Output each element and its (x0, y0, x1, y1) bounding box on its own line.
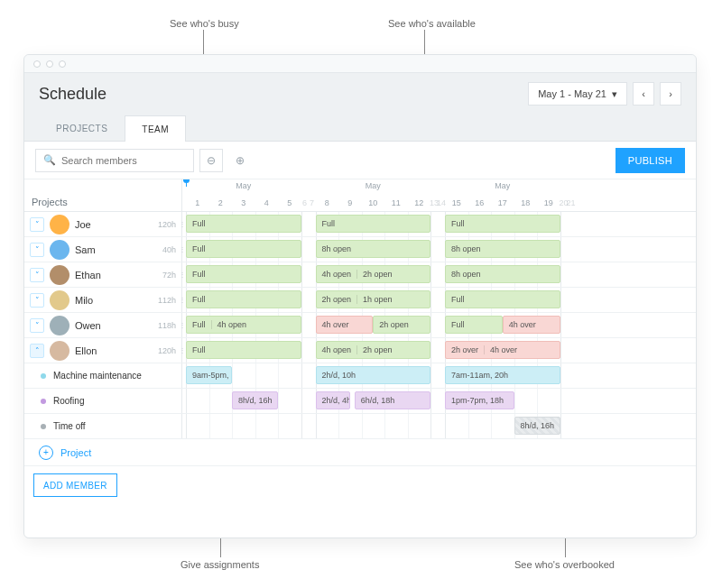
member-row-left[interactable]: ˅Milo112h⋮⋮ (24, 288, 182, 312)
grid-line (468, 414, 469, 438)
capacity-segment: Full (192, 219, 206, 228)
capacity-segment: 1h open (356, 295, 393, 304)
capacity-bar[interactable]: 4h over (316, 316, 374, 334)
grid-line (560, 313, 561, 337)
chevron-down-icon[interactable]: ˅ (30, 268, 44, 282)
capacity-bar[interactable]: 4h open2h open (316, 265, 431, 283)
next-period-button[interactable]: › (660, 82, 681, 106)
day-label: 19 (544, 198, 553, 207)
capacity-bar[interactable]: 8h open (445, 240, 560, 258)
member-timeline[interactable]: Full4h open2h open2h over4h over (182, 338, 696, 363)
member-row-left[interactable]: ˅Joe120h⋮⋮ (24, 212, 182, 236)
capacity-bar[interactable]: 8h open (445, 265, 560, 283)
capacity-segment: Full (451, 219, 465, 228)
chevron-up-icon[interactable]: ˄ (30, 344, 44, 358)
grid-line (430, 389, 431, 413)
day-label: 17 (498, 198, 507, 207)
traffic-light-min[interactable] (46, 60, 53, 68)
traffic-light-max[interactable] (59, 60, 66, 68)
add-project-button[interactable]: +Project (24, 439, 696, 466)
chevron-left-icon: ‹ (642, 88, 645, 99)
capacity-bar[interactable]: 2h open (373, 316, 430, 334)
assignment-bar[interactable]: 1pm-7pm, 18h (445, 391, 514, 409)
capacity-segment: Full (192, 295, 206, 304)
chevron-down-icon[interactable]: ˅ (30, 217, 44, 232)
member-row-left[interactable]: ˅Ethan72h⋮⋮ (24, 262, 182, 287)
grid-line (384, 414, 385, 438)
assignment-row-left[interactable]: Machine maintenance (24, 363, 182, 388)
search-input-wrap[interactable]: 🔍 (35, 149, 194, 172)
page-title: Schedule (39, 85, 528, 104)
date-range-picker[interactable]: May 1 - May 21 ▾ (528, 82, 627, 106)
day-label: 15 (452, 198, 461, 207)
capacity-bar[interactable]: 4h open2h open (316, 341, 431, 359)
capacity-segment: Full (451, 295, 465, 304)
add-member-button[interactable]: ADD MEMBER (33, 473, 117, 497)
publish-button[interactable]: PUBLISH (616, 148, 685, 173)
member-timeline[interactable]: Full2h open1h openFull (182, 288, 696, 312)
capacity-bar[interactable]: Full (316, 215, 431, 233)
capacity-segment: 2h open (356, 270, 393, 279)
tab-team[interactable]: TEAM (125, 115, 186, 142)
day-label: 1 (195, 198, 199, 207)
grid-line (255, 414, 256, 438)
traffic-light-close[interactable] (33, 60, 41, 68)
capacity-bar[interactable]: Full (445, 215, 560, 233)
day-label: 8 (325, 198, 329, 207)
assignment-bar[interactable]: 9am-5pm, 32h (186, 366, 232, 384)
capacity-bar[interactable]: Full (445, 316, 503, 334)
assignment-bar[interactable]: 6h/d, 18h (355, 391, 430, 409)
chevron-down-icon[interactable]: ˅ (30, 293, 44, 308)
chevron-down-icon[interactable]: ˅ (30, 243, 44, 257)
grid-line (301, 363, 302, 388)
capacity-bar[interactable]: Full (186, 240, 301, 258)
assignment-bar[interactable]: 2h/d, 4h (316, 391, 350, 409)
capacity-segment: 4h open (322, 270, 352, 279)
assignment-name: Time off (53, 421, 181, 431)
member-row-left[interactable]: ˅Sam40h⋮⋮ (24, 237, 182, 262)
assignment-timeline[interactable]: 8h/d, 16h2h/d, 4h6h/d, 18h1pm-7pm, 18h (182, 389, 696, 413)
zoom-in-icon: ⊕ (236, 154, 245, 167)
capacity-segment: 4h open (211, 320, 247, 329)
tab-projects[interactable]: PROJECTS (39, 115, 125, 141)
capacity-bar[interactable]: 2h open1h open (316, 290, 431, 308)
chevron-down-icon[interactable]: ˅ (30, 318, 44, 333)
member-timeline[interactable]: Full8h open8h open (182, 237, 696, 262)
member-hours: 120h (158, 220, 176, 229)
member-hours: 112h (158, 296, 176, 305)
capacity-bar[interactable]: 2h over4h over (445, 341, 560, 359)
avatar (50, 341, 69, 361)
assignment-bar[interactable]: 2h/d, 10h (316, 366, 431, 384)
member-timeline[interactable]: Full4h open4h over2h openFull4h over (182, 313, 696, 337)
today-marker-icon (186, 179, 187, 187)
search-icon: 🔍 (43, 154, 56, 166)
grid-line (430, 212, 431, 236)
member-timeline[interactable]: FullFullFull (182, 212, 696, 236)
capacity-bar[interactable]: Full (186, 215, 301, 233)
assignment-timeline[interactable]: 8h/d, 16h (182, 414, 696, 438)
capacity-segment: 8h open (322, 244, 352, 253)
capacity-bar[interactable]: 8h open (316, 240, 431, 258)
prev-period-button[interactable]: ‹ (633, 82, 654, 106)
assignment-bar[interactable]: 8h/d, 16h (232, 391, 278, 409)
member-row-left[interactable]: ˅Owen118h⋮⋮ (24, 313, 182, 337)
annotation-overbooked: See who's overbooked (514, 559, 615, 570)
capacity-bar[interactable]: Full4h open (186, 316, 301, 334)
assignment-bar[interactable]: 7am-11am, 20h (445, 366, 560, 384)
capacity-bar[interactable]: Full (445, 290, 560, 308)
member-row-left[interactable]: ˄Ellon120h⋮⋮ (24, 338, 182, 363)
member-timeline[interactable]: Full4h open2h open8h open (182, 262, 696, 287)
assignment-bar[interactable]: 8h/d, 16h (514, 417, 560, 435)
zoom-in-button[interactable]: ⊕ (228, 149, 252, 172)
zoom-out-button[interactable]: ⊖ (199, 149, 223, 172)
assignment-timeline[interactable]: 9am-5pm, 32h2h/d, 10h7am-11am, 20h (182, 363, 696, 388)
capacity-bar[interactable]: Full (186, 265, 301, 283)
assignment-row-left[interactable]: Time off (24, 414, 182, 438)
add-project-label: Project (60, 447, 91, 458)
search-input[interactable] (61, 155, 186, 166)
assignment-row-left[interactable]: Roofing (24, 389, 182, 413)
capacity-bar[interactable]: Full (186, 290, 301, 308)
avatar (50, 316, 69, 335)
capacity-bar[interactable]: 4h over (503, 316, 560, 334)
capacity-bar[interactable]: Full (186, 341, 301, 359)
